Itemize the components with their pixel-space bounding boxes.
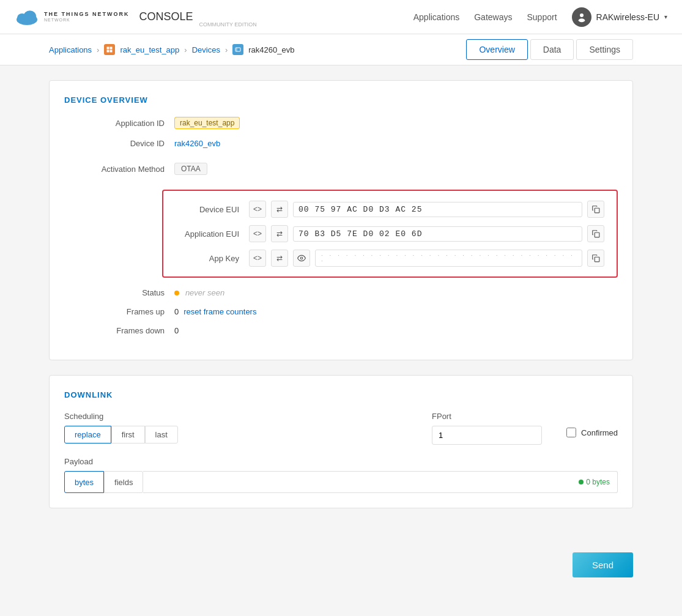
device-eui-row: Device EUI <> ⇄ 00 75 97 AC D0 D3 AC 25 xyxy=(176,201,604,218)
navbar: THE THINGS NETWORK NETWORK CONSOLE COMMU… xyxy=(0,0,682,34)
frames-down-row: Frames down 0 xyxy=(64,326,618,335)
status-label: Status xyxy=(64,288,174,297)
device-overview-card: DEVICE OVERVIEW Application ID rak_eu_te… xyxy=(49,80,633,360)
device-eui-code-btn[interactable]: <> xyxy=(249,201,266,218)
scheduling-toggle-group: replace first last xyxy=(64,426,407,443)
svg-rect-7 xyxy=(110,47,113,50)
breadcrumb-devices[interactable]: Devices xyxy=(192,45,220,54)
tab-settings[interactable]: Settings xyxy=(576,39,633,60)
payload-toggle-group: bytes fields xyxy=(64,471,143,493)
fport-input[interactable] xyxy=(432,426,542,445)
scheduling-replace-btn[interactable]: replace xyxy=(64,426,111,443)
status-indicator: never seen xyxy=(174,288,224,297)
svg-point-4 xyxy=(580,13,584,17)
payload-input[interactable] xyxy=(150,478,579,487)
scheduling-label: Scheduling xyxy=(64,412,407,421)
downlink-top-row: Scheduling replace first last FPort Conf… xyxy=(64,412,618,445)
svg-point-3 xyxy=(17,14,37,25)
device-id-row: Device ID rak4260_evb xyxy=(64,139,618,148)
app-key-row: App Key <> ⇄ · · · · · · · · · · · · · ·… xyxy=(176,250,604,267)
confirmed-checkbox[interactable] xyxy=(566,428,576,437)
scheduling-first-btn[interactable]: first xyxy=(111,426,145,443)
tabs-bar: Overview Data Settings xyxy=(466,39,633,60)
nav-applications[interactable]: Applications xyxy=(413,12,460,22)
breadcrumb-applications[interactable]: Applications xyxy=(49,45,92,54)
app-breadcrumb-icon xyxy=(104,44,115,55)
send-button[interactable]: Send xyxy=(573,552,633,577)
svg-point-5 xyxy=(578,18,585,22)
payload-section: Payload bytes fields 0 bytes xyxy=(64,457,618,493)
nav-gateways[interactable]: Gateways xyxy=(474,12,512,22)
nav-support[interactable]: Support xyxy=(527,12,557,22)
breadcrumb: Applications › rak_eu_test_app › Devices… xyxy=(49,34,294,65)
payload-label: Payload xyxy=(64,457,618,466)
payload-fields-tab[interactable]: fields xyxy=(104,471,143,493)
app-key-value: · · · · · · · · · · · · · · · · · · · · … xyxy=(315,250,582,267)
app-eui-copy-btn[interactable] xyxy=(587,225,604,242)
payload-bytes-tab[interactable]: bytes xyxy=(64,471,104,493)
application-id-row: Application ID rak_eu_test_app xyxy=(64,117,618,129)
activation-method-label: Activation Method xyxy=(64,165,174,174)
copy-icon-2 xyxy=(591,229,600,238)
status-value: never seen xyxy=(185,288,224,297)
breadcrumb-app-id[interactable]: rak_eu_test_app xyxy=(120,45,179,54)
logo-ce: COMMUNITY EDITION xyxy=(199,21,257,29)
eye-icon xyxy=(297,254,306,262)
breadcrumb-device-id: rak4260_evb xyxy=(248,45,294,54)
device-eui-value: 00 75 97 AC D0 D3 AC 25 xyxy=(293,202,582,217)
device-id-label: Device ID xyxy=(64,139,174,148)
user-name: RAKwireless-EU xyxy=(596,12,659,22)
application-eui-value: 70 B3 D5 7E D0 02 E0 6D xyxy=(293,226,582,242)
user-menu[interactable]: RAKwireless-EU ▾ xyxy=(572,7,667,27)
svg-rect-15 xyxy=(595,257,599,262)
svg-point-14 xyxy=(300,257,303,259)
payload-bytes-dot xyxy=(579,480,584,484)
eui-section: Device EUI <> ⇄ 00 75 97 AC D0 D3 AC 25 … xyxy=(162,190,618,278)
device-eui-swap-btn[interactable]: ⇄ xyxy=(271,201,288,218)
logo-ttn: THE THINGS NETWORK xyxy=(44,12,130,18)
downlink-title: DOWNLINK xyxy=(64,390,618,399)
payload-row: bytes fields 0 bytes xyxy=(64,471,618,493)
application-eui-controls: <> ⇄ 70 B3 D5 7E D0 02 E0 6D xyxy=(249,225,604,242)
application-id-value[interactable]: rak_eu_test_app xyxy=(174,117,240,129)
app-key-label: App Key xyxy=(176,254,249,263)
frames-down-label: Frames down xyxy=(64,326,174,335)
svg-rect-9 xyxy=(110,50,113,53)
activation-method-row: Activation Method OTAA xyxy=(64,163,618,175)
logo-icon xyxy=(15,5,39,29)
copy-icon xyxy=(591,205,600,213)
app-key-copy-btn[interactable] xyxy=(587,250,604,267)
application-eui-row: Application EUI <> ⇄ 70 B3 D5 7E D0 02 E… xyxy=(176,225,604,242)
confirmed-label: Confirmed xyxy=(581,428,618,437)
payload-input-wrap: 0 bytes xyxy=(143,471,618,493)
device-overview-title: DEVICE OVERVIEW xyxy=(64,95,618,105)
svg-rect-12 xyxy=(595,208,599,213)
fport-label: FPort xyxy=(432,412,542,421)
logo-console: CONSOLE xyxy=(139,10,193,23)
application-eui-label: Application EUI xyxy=(176,229,249,239)
app-key-swap-btn[interactable]: ⇄ xyxy=(271,250,288,267)
app-key-code-btn[interactable]: <> xyxy=(249,250,266,267)
user-icon xyxy=(576,12,587,23)
status-row: Status never seen xyxy=(64,288,618,297)
tab-overview[interactable]: Overview xyxy=(466,39,527,60)
tab-data[interactable]: Data xyxy=(530,39,574,60)
app-key-controls: <> ⇄ · · · · · · · · · · · · · · · · · ·… xyxy=(249,250,604,267)
reset-frame-counters-link[interactable]: reset frame counters xyxy=(183,307,256,316)
user-avatar xyxy=(572,7,591,27)
app-key-eye-btn[interactable] xyxy=(293,250,310,267)
scheduling-last-btn[interactable]: last xyxy=(145,426,178,443)
frames-up-row: Frames up 0 reset frame counters xyxy=(64,307,618,316)
breadcrumb-sep-3: › xyxy=(225,45,228,54)
logo-text: THE THINGS NETWORK NETWORK xyxy=(44,12,130,23)
device-eui-copy-btn[interactable] xyxy=(587,201,604,218)
application-id-label: Application ID xyxy=(64,119,174,128)
navbar-links: Applications Gateways Support RAKwireles… xyxy=(413,7,667,27)
breadcrumb-sep-2: › xyxy=(184,45,187,54)
downlink-card: DOWNLINK Scheduling replace first last F… xyxy=(49,375,633,508)
fport-section: FPort xyxy=(432,412,542,445)
app-eui-swap-btn[interactable]: ⇄ xyxy=(271,225,288,242)
app-eui-code-btn[interactable]: <> xyxy=(249,225,266,242)
svg-rect-10 xyxy=(235,48,240,51)
device-eui-label: Device EUI xyxy=(176,205,249,214)
